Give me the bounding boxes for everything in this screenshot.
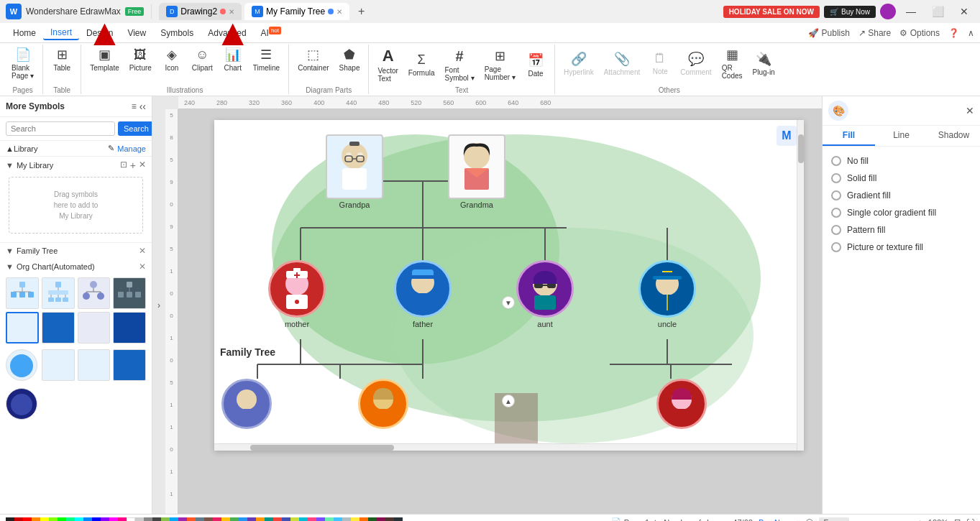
color-cell-skyblue[interactable] xyxy=(83,517,92,522)
color-cell-blue[interactable] xyxy=(92,517,101,522)
vertical-scrollbar[interactable] xyxy=(797,120,804,451)
comment-btn[interactable]: 💬 Comment xyxy=(676,45,715,82)
zoom-out-btn[interactable]: — xyxy=(855,518,863,522)
picture-texture-fill-option[interactable]: Picture or texture fill xyxy=(828,239,974,256)
menu-insert[interactable]: Insert xyxy=(43,26,79,40)
family-tree-section[interactable]: ▼ Family Tree ✕ xyxy=(0,243,152,259)
solid-fill-option[interactable]: Solid fill xyxy=(828,170,974,187)
my-library-close-btn[interactable]: ✕ xyxy=(139,160,146,171)
tab-family-tree[interactable]: M My Family Tree ✕ xyxy=(244,3,349,20)
table-btn[interactable]: ⊞ Table xyxy=(47,45,76,74)
canvas-content[interactable]: M xyxy=(178,109,822,514)
holiday-sale-btn[interactable]: HOLIDAY SALE ON NOW xyxy=(723,6,820,18)
right-panel-close-btn[interactable]: ✕ xyxy=(966,105,974,116)
close-tab-family-tree[interactable]: ✕ xyxy=(336,8,342,16)
grandpa-card[interactable]: Grandpa xyxy=(326,134,383,209)
tab-drawing2[interactable]: D Drawing2 ✕ xyxy=(159,3,242,20)
org-chart-close[interactable]: ✕ xyxy=(139,262,146,272)
template-thumb-4[interactable] xyxy=(113,277,146,309)
template-btn[interactable]: ▣ Template ▲ xyxy=(86,45,124,74)
color-cell-red[interactable] xyxy=(23,517,32,522)
page-number-btn[interactable]: ⊞ PageNumber ▾ xyxy=(480,45,520,85)
line-tab[interactable]: Line xyxy=(875,126,928,146)
color-strip[interactable] xyxy=(6,517,403,522)
color-cell-lightgray[interactable] xyxy=(135,517,144,522)
manage-link[interactable]: Manage xyxy=(117,144,146,153)
template-thumb-12[interactable] xyxy=(113,349,146,381)
format-icon-btn[interactable]: 🎨 xyxy=(828,101,848,121)
father-card[interactable]: father xyxy=(394,260,452,328)
blank-page-btn[interactable]: 📄 BlankPage ▾ xyxy=(7,45,38,82)
canvas-page[interactable]: M xyxy=(214,120,804,451)
attachment-btn[interactable]: 📎 Attachment xyxy=(600,45,645,82)
hyperlink-btn[interactable]: 🔗 Hyperlink xyxy=(559,45,598,82)
add-page-btn[interactable]: + xyxy=(652,517,658,522)
shadow-tab[interactable]: Shadow xyxy=(928,126,980,146)
color-cell-cyan[interactable] xyxy=(75,517,83,522)
page-indicator[interactable]: 📄 Page-1 + xyxy=(611,517,659,522)
template-thumb-13[interactable] xyxy=(6,388,37,420)
shape-btn[interactable]: ⬟ Shape xyxy=(335,45,365,74)
color-cell-lime[interactable] xyxy=(49,517,58,522)
color-cell-darkgray[interactable] xyxy=(152,517,161,522)
template-thumb-5[interactable] xyxy=(6,312,39,344)
note-btn[interactable]: 🗒 Note xyxy=(646,45,674,82)
options-btn[interactable]: ⚙ Options xyxy=(899,28,940,38)
sidebar-expand-icon[interactable]: ≡ xyxy=(132,101,137,111)
pattern-fill-option[interactable]: Pattern fill xyxy=(828,221,974,239)
family-tree-close[interactable]: ✕ xyxy=(139,246,146,256)
zoom-in-btn[interactable]: + xyxy=(917,518,922,522)
my-library-add-btn[interactable]: + xyxy=(130,160,136,171)
child3-card[interactable] xyxy=(656,379,707,429)
my-library-expand-btn[interactable]: ⊡ xyxy=(120,160,127,171)
new-tab-btn[interactable]: + xyxy=(352,4,370,19)
color-cell-black[interactable] xyxy=(6,517,14,522)
color-cell-orange[interactable] xyxy=(32,517,40,522)
template-thumb-6[interactable] xyxy=(42,312,75,344)
child1-card[interactable] xyxy=(221,379,272,429)
formula-btn[interactable]: Σ Formula xyxy=(404,45,439,85)
search-input[interactable] xyxy=(6,121,115,136)
menu-view[interactable]: View xyxy=(120,27,153,40)
template-thumb-2[interactable] xyxy=(42,277,75,309)
color-cell-white[interactable] xyxy=(127,517,135,522)
canvas-area[interactable]: 240 280 320 360 400 440 480 520 560 600 … xyxy=(165,96,822,514)
focus-btn[interactable]: Focus xyxy=(819,517,849,522)
menu-advanced[interactable]: Advanced xyxy=(201,27,253,40)
gradient-fill-option[interactable]: Gradient fill xyxy=(828,187,974,204)
collapse-btn-2[interactable]: ▲ xyxy=(502,395,515,407)
page-settings-icon[interactable]: ⬡ xyxy=(806,517,813,521)
color-cell-yellow[interactable] xyxy=(40,517,49,522)
clipart-btn[interactable]: ☺ Clipart xyxy=(188,45,217,74)
color-cell-pink[interactable] xyxy=(118,517,127,522)
buy-now-btn[interactable]: 🛒 Buy Now xyxy=(824,6,876,18)
minimize-btn[interactable]: — xyxy=(900,6,922,17)
color-cell-purple[interactable] xyxy=(101,517,109,522)
maximize-btn[interactable]: ⬜ xyxy=(926,6,950,17)
vector-text-btn[interactable]: A VectorText xyxy=(373,45,402,85)
child2-card[interactable] xyxy=(358,379,408,429)
grandma-card[interactable]: Grandma xyxy=(448,134,505,209)
icon-btn[interactable]: ◈ Icon xyxy=(157,45,186,74)
picture-btn[interactable]: 🖼 Picture xyxy=(125,45,156,74)
color-cell-teal[interactable] xyxy=(66,517,75,522)
container-btn[interactable]: ⬚ Container xyxy=(293,45,333,74)
aunt-card[interactable]: aunt xyxy=(516,260,574,328)
close-btn[interactable]: ✕ xyxy=(954,6,974,17)
template-thumb-8[interactable] xyxy=(113,312,146,344)
timeline-btn[interactable]: ☰ Timeline xyxy=(249,45,284,74)
color-cell-gray[interactable] xyxy=(144,517,152,522)
no-fill-option[interactable]: No fill xyxy=(828,152,974,170)
org-chart-section[interactable]: ▼ Org Chart(Automated) ✕ xyxy=(0,259,152,275)
color-cell-darkred[interactable] xyxy=(14,517,23,522)
menu-home[interactable]: Home xyxy=(6,27,43,40)
horizontal-scrollbar[interactable] xyxy=(214,443,797,451)
mother-card[interactable]: mother xyxy=(268,260,326,328)
sidebar-collapse-btn[interactable]: ‹‹ xyxy=(139,101,146,112)
plug-in-btn[interactable]: 🔌 Plug-in xyxy=(748,45,779,82)
collapse-btn-1[interactable]: ▼ xyxy=(502,296,515,309)
color-cell-magenta[interactable] xyxy=(109,517,118,522)
template-thumb-10[interactable] xyxy=(42,349,75,381)
template-thumb-11[interactable] xyxy=(78,349,111,381)
chart-btn[interactable]: 📊 Chart ▲ xyxy=(219,45,247,74)
